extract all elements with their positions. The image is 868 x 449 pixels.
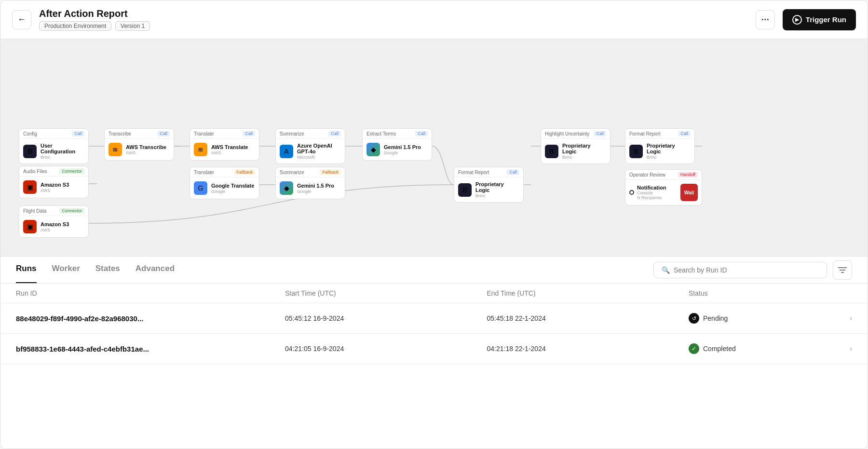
flow-node-extract[interactable]: Extract Terms Call ◆ Gemini 1.5 Pro Goog…: [362, 128, 432, 161]
node-name: Proprietary Logic: [562, 143, 606, 154]
node-icon-format2: B: [629, 145, 643, 158]
node-title: Extract Terms: [366, 131, 396, 136]
node-body: ≋ AWS Transcribe AWS: [105, 139, 174, 160]
flow-node-transcribe[interactable]: Transcribe Call ≋ AWS Transcribe AWS: [104, 128, 174, 161]
flow-node-config[interactable]: Config Call B User Configuration Brinc: [19, 128, 89, 164]
col-start-time: Start Time (UTC): [285, 289, 487, 297]
search-box[interactable]: 🔍: [653, 262, 827, 278]
node-header: Audio Files Connector: [19, 166, 88, 177]
tab-advanced[interactable]: Advanced: [136, 257, 175, 283]
node-name: Proprietary Logic: [647, 143, 691, 154]
node-body: B Proprietary Logic Brinc: [454, 177, 523, 202]
back-button[interactable]: ←: [12, 10, 31, 29]
more-button[interactable]: ···: [756, 10, 775, 29]
node-name: User Configuration: [41, 143, 84, 154]
notification-icon: [629, 190, 634, 195]
row-chevron[interactable]: ›: [823, 314, 852, 323]
node-title: Transcribe: [108, 131, 131, 136]
filter-button[interactable]: [833, 260, 852, 280]
status-icon-completed: ✓: [689, 343, 699, 354]
node-body: Notification ConsoleN Recipients Wait: [625, 180, 702, 205]
node-name: Gemini 1.5 Pro: [384, 144, 421, 150]
flow-node-format2[interactable]: Format Report Call B Proprietary Logic B…: [625, 128, 695, 164]
node-header: Extract Terms Call: [363, 129, 432, 139]
node-body: B Proprietary Logic Brinc: [625, 139, 694, 163]
tabs-bar: Runs Worker States Advanced 🔍: [0, 257, 868, 284]
node-tag: Call: [328, 131, 341, 136]
title-area: After Action Report Production Environme…: [39, 8, 150, 31]
node-tag: Handoff: [678, 172, 698, 177]
node-header: Summarize Fallback: [276, 167, 345, 177]
page-title: After Action Report: [39, 8, 150, 19]
node-name: Notification: [637, 185, 666, 190]
node-name: AWS Transcribe: [126, 144, 166, 150]
flow-node-translate2[interactable]: Translate Fallback G Google Translate Go…: [190, 167, 259, 199]
flow-node-format1[interactable]: Format Report Call B Proprietary Logic B…: [454, 167, 524, 203]
node-name: Google Translate: [211, 183, 254, 189]
node-icon-transcribe: ≋: [108, 143, 122, 156]
flow-node-translate1[interactable]: Translate Call ≋ AWS Translate AWS: [190, 128, 259, 161]
node-icon-audio: ▣: [23, 180, 37, 194]
node-tag: Connector: [59, 168, 84, 174]
env-badge: Production Environment: [39, 21, 111, 31]
tab-worker[interactable]: Worker: [52, 257, 80, 283]
node-icon-translate2: G: [194, 181, 207, 195]
table-row[interactable]: bf958833-1e68-4443-afed-c4ebfb31ae... 04…: [0, 334, 868, 364]
node-header: Format Report Call: [454, 167, 523, 177]
node-sub: Brinc: [647, 155, 691, 160]
trigger-run-button[interactable]: ▶ Trigger Run: [783, 9, 856, 30]
table-header: Run ID Start Time (UTC) End Time (UTC) S…: [0, 284, 868, 303]
row-chevron[interactable]: ›: [823, 344, 852, 353]
node-tag: Fallback: [234, 169, 255, 175]
node-tag: Fallback: [320, 169, 341, 175]
table-row[interactable]: 88e48029-f89f-4990-af2e-82a968030... 05:…: [0, 303, 868, 334]
start-time: 05:45:12 16-9-2024: [285, 314, 487, 322]
flow-node-summarize2[interactable]: Summarize Fallback ◆ Gemini 1.5 Pro Goog…: [275, 167, 345, 199]
wait-box: Wait: [680, 184, 698, 201]
end-time: 05:45:18 22-1-2024: [487, 314, 689, 322]
node-header: Format Report Call: [625, 129, 694, 139]
col-status: Status: [689, 289, 823, 297]
flow-node-highlight[interactable]: Highlight Uncertainty Call B Proprietary…: [541, 128, 610, 164]
node-body: ◆ Gemini 1.5 Pro Google: [363, 139, 432, 160]
node-body: ≋ AWS Translate AWS: [190, 139, 259, 160]
flow-node-audio[interactable]: Audio Files Connector ▣ Amazon S3 AWS: [19, 166, 89, 198]
tab-states[interactable]: States: [95, 257, 120, 283]
node-sub: Google: [297, 189, 334, 194]
flow-node-summarize1[interactable]: Summarize Call A Azure OpenAI GPT-4o Mic…: [275, 128, 345, 164]
node-header: Translate Call: [190, 129, 259, 139]
node-sub: ConsoleN Recipients: [637, 190, 666, 200]
status-label: Completed: [703, 345, 736, 353]
node-tag: Connector: [59, 208, 84, 214]
node-title: Highlight Uncertainty: [545, 131, 589, 136]
node-icon-translate1: ≋: [194, 143, 207, 156]
node-title: Translate: [194, 170, 214, 175]
node-body: ▣ Amazon S3 AWS: [19, 216, 88, 237]
node-tag: Call: [72, 131, 84, 136]
node-title: Operator Review: [629, 172, 665, 177]
node-title: Flight Data: [23, 208, 46, 214]
node-sub: Brinc: [41, 155, 84, 160]
tab-runs[interactable]: Runs: [16, 257, 37, 283]
node-header: Transcribe Call: [105, 129, 174, 139]
flow-node-operator[interactable]: Operator Review Handoff Notification Con…: [625, 169, 702, 205]
col-action: [823, 289, 852, 297]
node-sub: AWS: [41, 188, 69, 193]
node-title: Format Report: [629, 131, 660, 136]
node-tag: Call: [594, 131, 606, 136]
node-name: Amazon S3: [41, 182, 69, 188]
flow-canvas: Config Call B User Configuration Brinc A…: [0, 39, 868, 256]
search-input[interactable]: [674, 266, 819, 274]
node-name: AWS Translate: [211, 144, 248, 150]
start-time: 04:21:05 16-9-2024: [285, 345, 487, 353]
status-label: Pending: [703, 314, 728, 322]
node-name: Amazon S3: [41, 221, 69, 227]
col-run-id: Run ID: [16, 289, 285, 297]
flow-node-flight[interactable]: Flight Data Connector ▣ Amazon S3 AWS: [19, 205, 89, 238]
node-header: Flight Data Connector: [19, 206, 88, 216]
node-sub: AWS: [41, 228, 69, 232]
node-icon-extract: ◆: [366, 143, 380, 156]
node-tag: Call: [415, 131, 428, 136]
node-name: Gemini 1.5 Pro: [297, 183, 334, 189]
filter-icon: [838, 267, 847, 273]
